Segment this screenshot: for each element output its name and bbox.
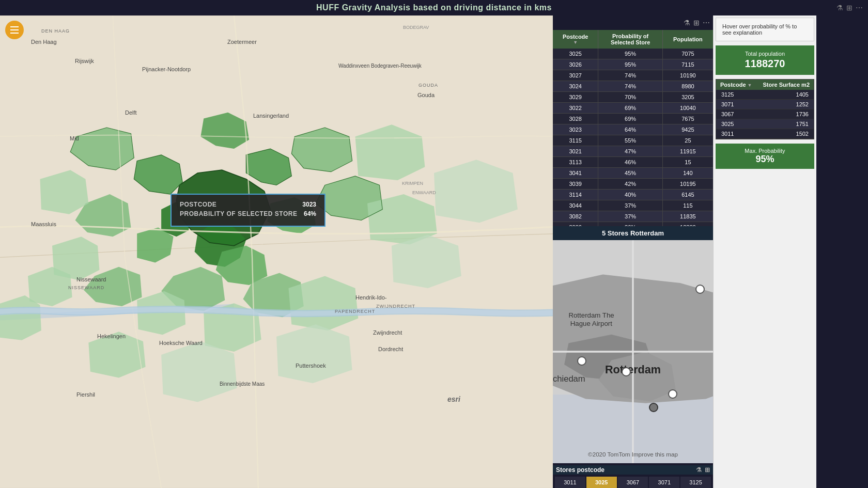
table-grid-icon[interactable]: ⊞ — [693, 19, 700, 27]
store-row-postcode: 3071 — [721, 101, 734, 107]
table-row[interactable]: 3021 47% 11915 — [553, 146, 713, 157]
store-sort-arrow[interactable]: ▼ — [748, 83, 752, 88]
filter-icon[interactable]: ⚗ — [836, 4, 843, 12]
grid-icon[interactable]: ⊞ — [846, 4, 853, 12]
store-row-postcode: 3011 — [721, 131, 734, 137]
cell-probability: 47% — [598, 146, 662, 157]
total-pop-value: 1188270 — [722, 58, 808, 70]
cell-postcode: 3115 — [553, 135, 598, 146]
table-row[interactable]: 3039 42% 10195 — [553, 179, 713, 190]
cell-postcode: 3041 — [553, 168, 598, 179]
tab-grid-icon[interactable]: ⊞ — [705, 466, 710, 474]
cell-probability: 45% — [598, 168, 662, 179]
cell-postcode: 3029 — [553, 92, 598, 103]
table-row[interactable]: 3027 74% 10190 — [553, 70, 713, 81]
table-row[interactable]: 3022 69% 10040 — [553, 103, 713, 114]
table-row[interactable]: 3026 95% 7115 — [553, 59, 713, 70]
store-surface-row[interactable]: 3067 1736 — [716, 109, 814, 119]
tab-bar: 30113025306730713125 — [553, 475, 713, 488]
tooltip-probability-label: PROBABILITY OF SELECTED STORE — [180, 210, 297, 217]
tab-btn-3067[interactable]: 3067 — [618, 477, 648, 488]
cell-postcode: 3022 — [553, 103, 598, 114]
table-row[interactable]: 3115 55% 25 — [553, 135, 713, 146]
table-row[interactable]: 3028 69% 7675 — [553, 114, 713, 124]
store-postcode-col-label: Postcode ▼ — [720, 82, 752, 88]
cell-postcode: 3027 — [553, 70, 598, 81]
table-row[interactable]: 3044 37% 115 — [553, 200, 713, 211]
store-row-surface: 1252 — [796, 101, 809, 107]
table-scroll[interactable]: Postcode ▼ Probability ofSelected Store … — [553, 30, 713, 226]
map-area[interactable]: Den Haag DEN HAAG Zoetermeer BODEGRAV Ri… — [0, 15, 553, 488]
cell-probability: 95% — [598, 59, 662, 70]
tab-btn-3071[interactable]: 3071 — [649, 477, 679, 488]
cell-population: 9425 — [662, 124, 713, 135]
store-surface-row[interactable]: 3125 1405 — [716, 90, 814, 100]
table-row[interactable]: 3023 64% 9425 — [553, 124, 713, 135]
table-row[interactable]: 3113 46% 15 — [553, 157, 713, 168]
total-population-panel: Total population 1188270 — [716, 45, 814, 75]
table-row[interactable]: 3024 74% 8980 — [553, 81, 713, 92]
more-icon[interactable]: ⋯ — [856, 4, 863, 12]
store-marker-1[interactable] — [577, 356, 586, 366]
store-row-surface: 1736 — [796, 111, 809, 117]
store-surface-row[interactable]: 3071 1252 — [716, 100, 814, 109]
cell-population: 15 — [662, 157, 713, 168]
tab-btn-3011[interactable]: 3011 — [555, 477, 585, 488]
table-row[interactable]: 3082 37% 11835 — [553, 211, 713, 222]
tabs-title: Stores postcode — [556, 466, 605, 474]
hover-text: Hover over probability of % to see expla… — [722, 23, 797, 36]
postcode-sort-arrow[interactable]: ▼ — [557, 40, 594, 45]
cell-postcode: 3039 — [553, 179, 598, 190]
table-row[interactable]: 3029 70% 3205 — [553, 92, 713, 103]
cell-postcode: 3086 — [553, 222, 598, 227]
cell-probability: 74% — [598, 81, 662, 92]
cell-postcode: 3114 — [553, 190, 598, 200]
cell-postcode: 3025 — [553, 49, 598, 59]
table-row[interactable]: 3041 45% 140 — [553, 168, 713, 179]
cell-population: 11835 — [662, 211, 713, 222]
cell-population: 8980 — [662, 81, 713, 92]
table-row[interactable]: 3086 36% 12380 — [553, 222, 713, 227]
table-row[interactable]: 3114 40% 6145 — [553, 190, 713, 200]
hover-explanation-panel: Hover over probability of % to see expla… — [716, 18, 814, 41]
tab-filter-icon[interactable]: ⚗ — [696, 466, 702, 474]
cell-probability: 74% — [598, 70, 662, 81]
tooltip-postcode-row: POSTCODE 3023 — [180, 201, 316, 208]
cell-population: 7075 — [662, 49, 713, 59]
mini-map-svg: Rotterdam The Hague Airport Rotterdam Sc… — [553, 240, 713, 463]
tab-btn-3125[interactable]: 3125 — [680, 477, 711, 488]
cell-postcode: 3044 — [553, 200, 598, 211]
cell-probability: 42% — [598, 179, 662, 190]
cell-probability: 55% — [598, 135, 662, 146]
cell-postcode: 3113 — [553, 157, 598, 168]
cell-probability: 69% — [598, 114, 662, 124]
cell-probability: 69% — [598, 103, 662, 114]
cell-population: 7115 — [662, 59, 713, 70]
hamburger-menu[interactable] — [5, 21, 24, 39]
store-surface-row[interactable]: 3025 1751 — [716, 119, 814, 129]
mini-map-title: 5 Stores Rotterdam — [553, 226, 713, 240]
mini-map[interactable]: Rotterdam The Hague Airport Rotterdam Sc… — [553, 240, 713, 463]
table-filter-icon[interactable]: ⚗ — [684, 19, 690, 27]
col-postcode: Postcode ▼ — [553, 30, 598, 49]
cell-population: 25 — [662, 135, 713, 146]
store-row-postcode: 3067 — [721, 111, 734, 117]
cell-population: 10040 — [662, 103, 713, 114]
cell-population: 115 — [662, 200, 713, 211]
store-row-surface: 1751 — [796, 121, 809, 127]
cell-population: 10195 — [662, 179, 713, 190]
store-surface-row[interactable]: 3011 1502 — [716, 129, 814, 139]
cell-probability: 40% — [598, 190, 662, 200]
table-row[interactable]: 3025 95% 7075 — [553, 49, 713, 59]
cell-probability: 64% — [598, 124, 662, 135]
tooltip-probability-value: 64% — [304, 210, 316, 217]
table-header-row: Postcode ▼ Probability ofSelected Store … — [553, 30, 713, 49]
header-icons: ⚗ ⊞ ⋯ — [836, 4, 863, 12]
col-population: Population — [662, 30, 713, 49]
max-prob-value: 95% — [722, 154, 808, 165]
cell-probability: 37% — [598, 211, 662, 222]
col-probability: Probability ofSelected Store — [598, 30, 662, 49]
table-more-icon[interactable]: ⋯ — [703, 19, 710, 27]
svg-text:©2020 TomTom  Improve this map: ©2020 TomTom Improve this map — [588, 451, 678, 458]
tab-btn-3025[interactable]: 3025 — [586, 477, 617, 488]
